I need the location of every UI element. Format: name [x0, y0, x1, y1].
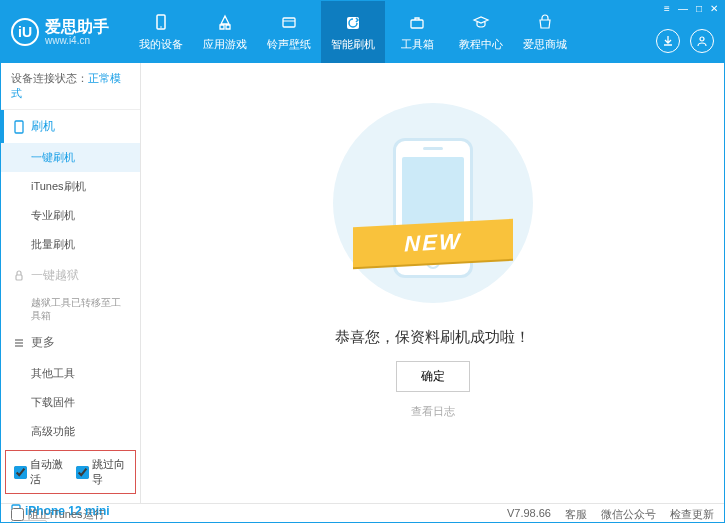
nav-toolbox[interactable]: 工具箱	[385, 1, 449, 63]
section-title: 刷机	[31, 118, 55, 135]
app-url: www.i4.cn	[45, 35, 109, 46]
store-icon	[535, 13, 555, 33]
app-header: iU 爱思助手 www.i4.cn 我的设备 应用游戏 铃声壁纸 智能刷机 工具…	[1, 1, 724, 63]
nav-apps[interactable]: 应用游戏	[193, 1, 257, 63]
sidebar-section-jailbreak: 一键越狱	[1, 259, 140, 292]
more-icon	[13, 337, 25, 349]
maximize-icon[interactable]: □	[696, 3, 702, 14]
section-title: 一键越狱	[31, 267, 79, 284]
checkbox-auto-activate[interactable]: 自动激活	[14, 457, 66, 487]
logo-area: iU 爱思助手 www.i4.cn	[11, 18, 109, 46]
svg-rect-7	[16, 275, 22, 280]
nav-label: 工具箱	[401, 37, 434, 52]
checkbox-skip-guide[interactable]: 跳过向导	[76, 457, 128, 487]
toolbox-icon	[407, 13, 427, 33]
svg-rect-4	[411, 20, 423, 28]
apps-icon	[215, 13, 235, 33]
nav-tutorial[interactable]: 教程中心	[449, 1, 513, 63]
sidebar-section-flash[interactable]: 刷机	[1, 110, 140, 143]
success-message: 恭喜您，保资料刷机成功啦！	[335, 328, 530, 347]
svg-point-5	[700, 37, 704, 41]
tutorial-icon	[471, 13, 491, 33]
wechat-link[interactable]: 微信公众号	[601, 507, 656, 522]
new-ribbon: NEW	[353, 218, 513, 266]
view-log-link[interactable]: 查看日志	[411, 404, 455, 419]
nav-label: 我的设备	[139, 37, 183, 52]
header-right	[656, 29, 714, 53]
phone-icon	[13, 120, 25, 134]
svg-rect-2	[283, 18, 295, 27]
service-link[interactable]: 客服	[565, 507, 587, 522]
nav-label: 教程中心	[459, 37, 503, 52]
nav-flash[interactable]: 智能刷机	[321, 1, 385, 63]
update-link[interactable]: 检查更新	[670, 507, 714, 522]
sidebar-item-pro[interactable]: 专业刷机	[1, 201, 140, 230]
flash-icon	[343, 13, 363, 33]
jailbreak-note: 越狱工具已转移至工具箱	[1, 292, 140, 326]
sidebar-item-itunes[interactable]: iTunes刷机	[1, 172, 140, 201]
nav-label: 爱思商城	[523, 37, 567, 52]
minimize-icon[interactable]: —	[678, 3, 688, 14]
sidebar-section-more[interactable]: 更多	[1, 326, 140, 359]
status-label: 设备连接状态：	[11, 72, 88, 84]
sidebar-item-other[interactable]: 其他工具	[1, 359, 140, 388]
svg-rect-6	[15, 121, 23, 133]
menu-icon[interactable]: ≡	[664, 3, 670, 14]
close-icon[interactable]: ✕	[710, 3, 718, 14]
phone-illustration: NEW	[363, 128, 503, 308]
nav-store[interactable]: 爱思商城	[513, 1, 577, 63]
nav-ringtone[interactable]: 铃声壁纸	[257, 1, 321, 63]
ok-button[interactable]: 确定	[396, 361, 470, 392]
block-itunes-checkbox[interactable]: 阻止iTunes运行	[11, 507, 105, 522]
ringtone-icon	[279, 13, 299, 33]
app-name: 爱思助手	[45, 19, 109, 35]
sidebar: 设备连接状态：正常模式 刷机 一键刷机 iTunes刷机 专业刷机 批量刷机 一…	[1, 63, 141, 503]
version-label: V7.98.66	[507, 507, 551, 522]
main-nav: 我的设备 应用游戏 铃声壁纸 智能刷机 工具箱 教程中心 爱思商城	[129, 1, 577, 63]
sidebar-item-firmware[interactable]: 下载固件	[1, 388, 140, 417]
section-title: 更多	[31, 334, 55, 351]
sidebar-item-oneclick[interactable]: 一键刷机	[1, 143, 140, 172]
device-icon	[151, 13, 171, 33]
main-content: NEW 恭喜您，保资料刷机成功啦！ 确定 查看日志	[141, 63, 724, 503]
svg-point-1	[160, 26, 162, 28]
user-button[interactable]	[690, 29, 714, 53]
nav-label: 应用游戏	[203, 37, 247, 52]
checkbox-highlight-box: 自动激活 跳过向导	[5, 450, 136, 494]
nav-label: 铃声壁纸	[267, 37, 311, 52]
connection-status: 设备连接状态：正常模式	[1, 63, 140, 110]
sidebar-item-batch[interactable]: 批量刷机	[1, 230, 140, 259]
nav-label: 智能刷机	[331, 37, 375, 52]
window-controls: ≡ — □ ✕	[664, 3, 718, 14]
lock-icon	[13, 270, 25, 282]
nav-my-device[interactable]: 我的设备	[129, 1, 193, 63]
logo-icon: iU	[11, 18, 39, 46]
download-button[interactable]	[656, 29, 680, 53]
sidebar-item-advanced[interactable]: 高级功能	[1, 417, 140, 446]
